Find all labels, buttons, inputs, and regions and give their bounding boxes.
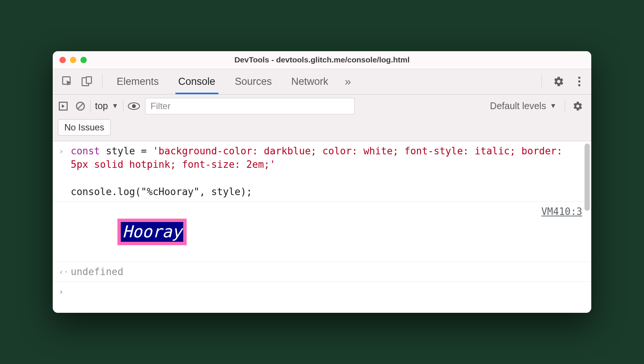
input-prompt-icon: › — [59, 144, 71, 157]
settings-icon[interactable] — [546, 76, 571, 87]
device-toolbar-icon[interactable] — [81, 76, 92, 87]
chevron-down-icon: ▼ — [112, 102, 119, 110]
svg-point-10 — [132, 104, 136, 108]
source-link[interactable]: VM410:3 — [534, 205, 582, 218]
close-window-button[interactable] — [59, 57, 66, 63]
return-arrow-icon: ‹· — [59, 265, 71, 278]
console-prompt[interactable]: › — [53, 282, 591, 313]
return-value: undefined — [71, 265, 582, 278]
more-tabs-button[interactable]: » — [338, 75, 358, 88]
svg-rect-2 — [86, 77, 92, 84]
toggle-sidebar-icon[interactable] — [58, 101, 68, 111]
chevron-down-icon: ▼ — [550, 102, 556, 110]
svg-point-5 — [578, 84, 580, 86]
log-levels-selector[interactable]: Default levels ▼ — [486, 101, 560, 111]
window-controls — [59, 57, 87, 63]
gutter — [59, 205, 71, 206]
divider — [565, 100, 565, 112]
code-text: style = — [100, 145, 153, 157]
minimize-window-button[interactable] — [70, 57, 76, 63]
clear-console-icon[interactable] — [75, 101, 86, 111]
zoom-window-button[interactable] — [80, 57, 87, 63]
code-keyword: const — [71, 145, 100, 157]
prompt-icon: › — [59, 285, 71, 298]
divider — [90, 100, 91, 112]
levels-label: Default levels — [490, 101, 546, 111]
tab-elements[interactable]: Elements — [107, 69, 169, 94]
inspect-element-icon[interactable] — [62, 76, 73, 87]
filter-input[interactable] — [145, 98, 355, 114]
code-content[interactable]: const style = 'background-color: darkblu… — [71, 144, 582, 199]
code-text: console.log("%cHooray", style); — [71, 186, 252, 197]
styled-log-output: Hooray — [117, 219, 187, 245]
divider — [542, 74, 542, 89]
svg-point-3 — [578, 77, 580, 79]
svg-line-8 — [77, 103, 83, 109]
divider — [102, 74, 102, 89]
console-output: › const style = 'background-color: darkb… — [53, 141, 591, 313]
divider — [123, 100, 123, 112]
console-log-entry: Hooray VM410:3 — [53, 202, 591, 262]
context-selector[interactable]: top ▼ — [95, 101, 119, 111]
console-return-entry: ‹· undefined — [53, 262, 591, 282]
issues-button[interactable]: No Issues — [58, 119, 111, 136]
console-toolbar: top ▼ Default levels ▼ No Issues — [53, 95, 591, 141]
kebab-menu-icon[interactable] — [571, 76, 588, 87]
console-input-entry: › const style = 'background-color: darkb… — [53, 141, 591, 202]
main-tabbar: Elements Console Sources Network » — [53, 69, 591, 95]
scrollbar[interactable] — [585, 144, 590, 211]
tab-sources[interactable]: Sources — [225, 69, 282, 94]
live-expression-icon[interactable] — [128, 102, 140, 110]
tab-console[interactable]: Console — [169, 69, 225, 94]
console-settings-icon[interactable] — [570, 101, 586, 111]
svg-point-4 — [578, 80, 580, 83]
devtools-window: DevTools - devtools.glitch.me/console/lo… — [53, 51, 591, 313]
context-label: top — [95, 101, 108, 111]
titlebar: DevTools - devtools.glitch.me/console/lo… — [53, 51, 591, 69]
tab-network[interactable]: Network — [282, 69, 338, 94]
window-title: DevTools - devtools.glitch.me/console/lo… — [53, 55, 591, 64]
